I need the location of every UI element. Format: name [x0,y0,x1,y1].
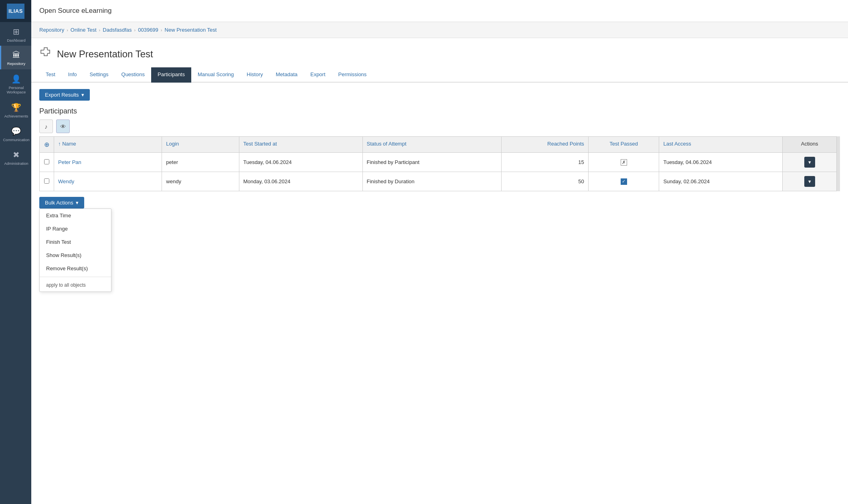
breadcrumb: Repository › Online Test › Dadsfasdfas ›… [31,22,848,38]
col-resize-login[interactable] [237,137,239,152]
bulk-actions-dropdown: Extra Time IP Range Finish Test Show Res… [39,208,111,292]
row-points-peter: 15 [501,153,588,172]
sidebar-item-repository[interactable]: 🏛 Repository [0,46,31,69]
page-icon [39,46,52,62]
row-name-peter: Peter Pan [54,153,162,172]
col-resize-access[interactable] [780,137,782,152]
page-title: New Presentation Test [57,49,153,60]
col-resize-status[interactable] [499,137,501,152]
row-points-wendy: 50 [501,172,588,191]
col-header-name[interactable]: ↑ Name [54,137,162,153]
col-header-test-started[interactable]: Test Started at [239,137,362,153]
bulk-action-ip-range[interactable]: IP Range [40,222,111,235]
tab-settings[interactable]: Settings [83,67,115,83]
col-resize-passed[interactable] [656,137,659,152]
sidebar-label-personal-workspace: Personal Workspace [3,85,30,95]
bulk-action-show-results[interactable]: Show Result(s) [40,249,111,262]
breadcrumb-sep-3: › [134,28,136,32]
tabs: Test Info Settings Questions Participant… [31,67,848,83]
bulk-actions-chevron: ▾ [76,200,79,206]
passed-check-icon-wendy: ✓ [621,178,627,185]
table-wrapper: ⊕ ↑ Name Login [39,136,840,191]
tab-history[interactable]: History [240,67,269,83]
checkbox-wendy[interactable] [44,178,49,184]
row-passed-wendy: ✓ [588,172,659,191]
sidebar-logo: ILIAS [0,0,31,22]
participant-link-wendy[interactable]: Wendy [58,178,74,184]
content-area: Repository › Online Test › Dadsfasdfas ›… [31,22,848,504]
sidebar-label-repository: Repository [7,61,25,66]
row-status-peter: Finished by Participant [362,153,501,172]
sidebar-item-communication[interactable]: 💬 Communication [0,121,31,145]
row-login-wendy: wendy [162,172,239,191]
sidebar-item-personal-workspace[interactable]: 👤 Personal Workspace [0,69,31,98]
table-ctrl-music[interactable]: ♪ [39,119,53,133]
row-name-wendy: Wendy [54,172,162,191]
sidebar-item-achievements[interactable]: 🏆 Achievements [0,98,31,121]
tab-manual-scoring[interactable]: Manual Scoring [191,67,240,83]
add-participant-icon[interactable]: ⊕ [44,141,49,148]
sidebar-item-administration[interactable]: ✖ Administration [0,145,31,169]
sort-name-icon: ↑ [58,141,61,147]
bulk-actions-area: Bulk Actions ▾ Extra Time IP Range Finis… [39,197,84,208]
personal-workspace-icon: 👤 [11,74,21,84]
export-results-button[interactable]: Export Results ▾ [39,89,90,101]
table-ctrl-view[interactable]: 👁 [56,119,70,133]
sidebar-item-dashboard[interactable]: ⊞ Dashboard [0,22,31,46]
tab-participants[interactable]: Participants [151,67,191,83]
row-actions-wendy: ▾ [783,172,837,191]
tab-metadata[interactable]: Metadata [269,67,304,83]
content-body: Export Results ▾ Participants ♪ 👁 ⊕ [31,83,848,215]
bulk-action-apply-all[interactable]: apply to all objects [40,279,111,291]
col-resize-name[interactable] [159,137,162,152]
communication-icon: 💬 [11,126,21,136]
participant-link-peter[interactable]: Peter Pan [58,159,81,165]
tab-permissions[interactable]: Permissions [332,67,373,83]
col-header-select: ⊕ [40,137,54,153]
row-status-wendy: Finished by Duration [362,172,501,191]
breadcrumb-repository[interactable]: Repository [39,27,64,33]
col-header-login[interactable]: Login [162,137,239,153]
row-select-wendy [40,172,54,191]
breadcrumb-new-presentation-test[interactable]: New Presentation Test [165,27,217,33]
table-row: Wendy wendy Monday, 03.06.2024 Finished … [40,172,837,191]
tab-questions[interactable]: Questions [115,67,152,83]
col-header-points[interactable]: Reached Points [501,137,588,153]
tab-info[interactable]: Info [62,67,83,83]
col-resize-started[interactable] [360,137,362,152]
bulk-action-finish-test[interactable]: Finish Test [40,235,111,249]
col-header-last-access[interactable]: Last Access [659,137,783,153]
export-results-chevron: ▾ [81,92,84,98]
actions-btn-wendy[interactable]: ▾ [804,176,815,187]
row-access-peter: Tuesday, 04.06.2024 [659,153,783,172]
table-row: Peter Pan peter Tuesday, 04.06.2024 Fini… [40,153,837,172]
bulk-actions-button[interactable]: Bulk Actions ▾ [39,197,84,208]
sidebar-label-administration: Administration [4,161,28,166]
participants-table: ⊕ ↑ Name Login [39,136,837,191]
checkbox-peter[interactable] [44,159,49,164]
breadcrumb-sep-4: › [161,28,162,32]
breadcrumb-sep-2: › [99,28,101,32]
sidebar: ILIAS ⊞ Dashboard 🏛 Repository 👤 Persona… [0,0,31,504]
col-header-passed[interactable]: Test Passed [588,137,659,153]
breadcrumb-dadsfasdfas[interactable]: Dadsfasdfas [103,27,132,33]
actions-btn-peter[interactable]: ▾ [804,157,815,168]
tab-export[interactable]: Export [304,67,332,83]
page-heading: New Presentation Test [31,38,848,62]
administration-icon: ✖ [13,150,20,160]
bulk-action-extra-time[interactable]: Extra Time [40,209,111,222]
passed-x-icon-peter: ✗ [621,159,627,166]
bulk-action-remove-results[interactable]: Remove Result(s) [40,262,111,275]
col-resize-points[interactable] [586,137,588,152]
dashboard-icon: ⊞ [13,27,20,36]
top-bar: Open Source eLearning [31,0,848,22]
col-header-status[interactable]: Status of Attempt [362,137,501,153]
tab-test[interactable]: Test [39,67,62,83]
main-wrapper: Open Source eLearning Repository › Onlin… [31,0,848,504]
app-logo: ILIAS [7,4,24,19]
breadcrumb-online-test[interactable]: Online Test [71,27,97,33]
row-started-wendy: Monday, 03.06.2024 [239,172,362,191]
table-controls: ♪ 👁 [39,119,840,133]
breadcrumb-0039699[interactable]: 0039699 [138,27,158,33]
bulk-actions-divider [40,277,111,277]
